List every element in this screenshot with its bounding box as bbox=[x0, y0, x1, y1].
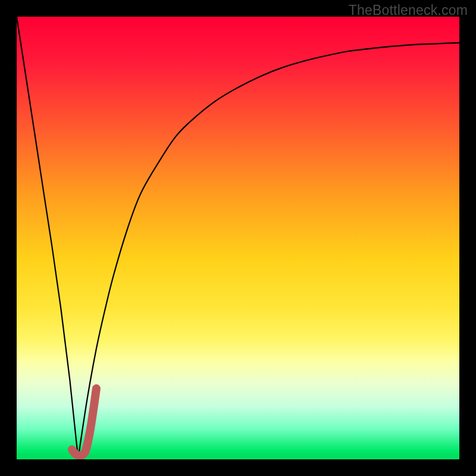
curve-layer bbox=[17, 17, 459, 459]
watermark-text: TheBottleneck.com bbox=[349, 2, 468, 18]
chart-frame: TheBottleneck.com bbox=[0, 0, 476, 476]
plot-area bbox=[17, 17, 459, 459]
rising-curve-path bbox=[79, 43, 459, 455]
falling-branch-path bbox=[17, 17, 78, 455]
